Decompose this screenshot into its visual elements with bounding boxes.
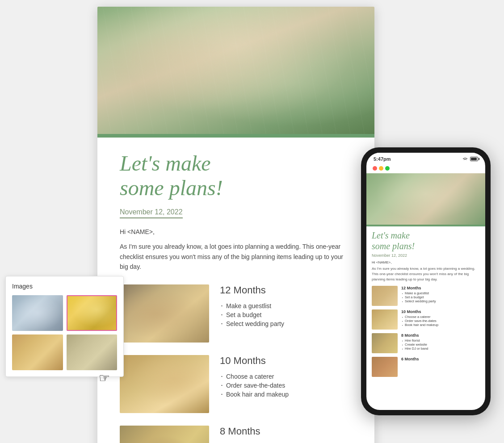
phone-email-title: Let's make some plans! <box>372 230 480 251</box>
phone-list-item: Choose a caterer <box>401 315 480 319</box>
email-document: Let's make some plans! November 12, 2022… <box>97 7 374 443</box>
phone-section-10months-content: 10 Months Choose a caterer Order save-th… <box>401 309 480 327</box>
phone-12months-heading: 12 Months <box>401 286 480 290</box>
phone-10months-list: Choose a caterer Order save-the-dates Bo… <box>401 315 480 327</box>
email-hero-image <box>97 7 374 134</box>
image-thumb-2[interactable] <box>67 295 118 331</box>
section-10months-heading: 10 Months <box>220 355 352 367</box>
phone-traffic-lights <box>366 163 485 173</box>
phone-list-item: Book hair and makeup <box>401 323 480 327</box>
phone-list-item: Select wedding party <box>401 299 480 303</box>
phone-intro: As I'm sure you already know, a lot goes… <box>372 266 480 282</box>
phone-time: 5:47pm <box>374 156 391 162</box>
phone-section-6months-content: 6 Months <box>401 357 480 362</box>
images-panel: Images ☞ <box>5 276 124 377</box>
phone-section-10months-img <box>372 309 398 330</box>
image-thumb-3[interactable] <box>12 334 63 370</box>
wifi-icon <box>462 157 468 161</box>
green-accent-bar <box>97 134 374 138</box>
section-12months-list: Make a guestlist Set a budget Select wed… <box>220 301 352 328</box>
phone-content: Let's make some plans! November 12, 2022… <box>366 226 485 384</box>
phone-screen: 5:47pm Let's make some plans! <box>366 153 485 410</box>
section-10months-image <box>120 355 209 413</box>
list-item: Choose a caterer <box>220 372 352 381</box>
images-panel-title: Images <box>12 283 117 290</box>
list-item: Book hair and makeup <box>220 390 352 399</box>
dot-green <box>385 166 390 171</box>
list-item: Select wedding party <box>220 319 352 328</box>
image-thumb-1[interactable] <box>12 295 63 331</box>
phone-section-8months-img <box>372 333 398 353</box>
phone-section-12months-content: 12 Months Make a guestlist Set a budget … <box>401 286 480 303</box>
phone-section-6months-img <box>372 357 398 377</box>
phone-12months-list: Make a guestlist Set a budget Select wed… <box>401 291 480 303</box>
drag-cursor-icon: ☞ <box>99 371 110 385</box>
phone-section-12months-img <box>372 286 398 306</box>
dot-red <box>373 166 377 171</box>
phone-title-line1: Let's make <box>372 230 410 240</box>
section-12months-content: 12 Months Make a guestlist Set a budget … <box>220 284 352 328</box>
section-8months-heading: 8 Months <box>220 426 352 437</box>
email-intro: As I'm sure you already know, a lot goes… <box>120 242 352 272</box>
phone-status-bar: 5:47pm <box>366 153 485 163</box>
email-date: November 12, 2022 <box>120 208 183 218</box>
phone-hero-image <box>366 173 485 225</box>
section-12months-heading: 12 Months <box>220 284 352 296</box>
phone-status-icons <box>462 157 478 161</box>
list-item: Order save-the-dates <box>220 381 352 390</box>
phone-date: November 12, 2022 <box>372 253 480 258</box>
phone-section-12months: 12 Months Make a guestlist Set a budget … <box>372 286 480 306</box>
section-8months-image <box>120 426 209 443</box>
phone-8months-list: Hire florist Create website Hire DJ or b… <box>401 339 480 351</box>
title-line2: some plans! <box>120 176 223 200</box>
phone-section-6months: 6 Months <box>372 357 480 377</box>
phone-list-item: Hire florist <box>401 339 480 343</box>
phone-list-item: Order save-the-dates <box>401 319 480 323</box>
section-10months-content: 10 Months Choose a caterer Order save-th… <box>220 355 352 399</box>
list-item: Set a budget <box>220 310 352 319</box>
list-item: Make a guestlist <box>220 301 352 310</box>
phone-list-item: Hire DJ or band <box>401 347 480 351</box>
title-line1: Let's make <box>120 151 211 175</box>
email-greeting: Hi <NAME>, <box>120 228 352 235</box>
phone-6months-heading: 6 Months <box>401 357 480 361</box>
phone-section-8months: 8 Months Hire florist Create website Hir… <box>372 333 480 353</box>
section-10months: 10 Months Choose a caterer Order save-th… <box>120 355 352 413</box>
phone-section-10months: 10 Months Choose a caterer Order save-th… <box>372 309 480 330</box>
phone-8months-heading: 8 Months <box>401 333 480 338</box>
image-thumb-4[interactable] <box>67 334 118 370</box>
battery-icon <box>470 157 478 161</box>
email-body: Let's make some plans! November 12, 2022… <box>97 138 374 443</box>
phone-list-item: Create website <box>401 343 480 347</box>
phone-list-item: Set a budget <box>401 295 480 299</box>
dot-yellow <box>379 166 383 171</box>
phone-list-item: Make a guestlist <box>401 291 480 295</box>
section-8months-content: 8 Months <box>220 426 352 443</box>
section-12months: 12 Months Make a guestlist Set a budget … <box>120 284 352 343</box>
section-10months-list: Choose a caterer Order save-the-dates Bo… <box>220 372 352 399</box>
phone-section-8months-content: 8 Months Hire florist Create website Hir… <box>401 333 480 351</box>
images-grid <box>12 295 117 370</box>
email-title: Let's make some plans! <box>120 151 352 200</box>
phone-greeting: Hi <NAME>, <box>372 260 480 264</box>
phone-title-line2: some plans! <box>372 241 415 251</box>
phone-mockup: 5:47pm Let's make some plans! <box>361 147 491 415</box>
section-12months-image <box>120 284 209 343</box>
section-8months: 8 Months <box>120 426 352 443</box>
phone-10months-heading: 10 Months <box>401 309 480 314</box>
